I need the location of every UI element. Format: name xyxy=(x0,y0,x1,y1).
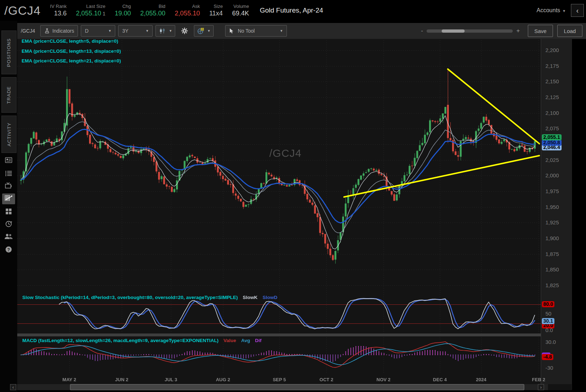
price-bubble-ema13: 2,050.8 xyxy=(542,140,562,146)
quote-field-volume: Volume69.4K xyxy=(232,4,249,18)
sidebar-icon-people[interactable] xyxy=(2,232,15,243)
price-axis[interactable]: 2,2002,1752,1502,1252,1002,0752,0252,000… xyxy=(541,39,572,390)
stoch-bubble-current: 30.1 xyxy=(542,318,554,324)
price-tick: 2,000 xyxy=(545,172,559,178)
svg-text:?: ? xyxy=(7,247,10,252)
scrollbar-thumb[interactable] xyxy=(70,384,524,390)
indicators-flask-icon xyxy=(44,28,50,34)
price-tick: 1,900 xyxy=(545,235,559,241)
study-label-ema21[interactable]: EMA (price=CLOSE, length=21, displace=0) xyxy=(22,58,121,64)
instrument-description: Gold Futures, Apr-24 xyxy=(260,6,323,14)
timeframe-dropdown[interactable]: D▼ xyxy=(81,25,115,37)
legend-slowk: SlowK xyxy=(243,295,257,300)
chevron-down-icon: ▼ xyxy=(280,29,283,33)
quote-field-bid: Bid2,055.00 xyxy=(140,4,166,18)
date-label: MAY 2 xyxy=(62,377,76,382)
gear-icon xyxy=(181,27,188,34)
price-tick: 2,150 xyxy=(545,78,559,84)
load-button[interactable]: Load xyxy=(557,25,582,37)
price-tick: 2,075 xyxy=(545,125,559,131)
study-label-ema13[interactable]: EMA (price=CLOSE, length=13, displace=0) xyxy=(22,48,121,54)
collapse-panel-button[interactable]: ‹ xyxy=(571,4,584,17)
cursor-icon xyxy=(229,28,234,34)
sidebar-icon-tv[interactable] xyxy=(2,181,15,192)
drawing-pattern-dropdown[interactable]: ▼ xyxy=(194,25,214,37)
sidebar-tab-trade[interactable]: TRADE xyxy=(1,77,17,113)
zoom-in-button[interactable]: + xyxy=(513,27,524,34)
list-icon xyxy=(5,170,13,178)
price-tick: 1,850 xyxy=(545,266,559,272)
chart-icon xyxy=(4,194,13,204)
date-label: JUL 3 xyxy=(164,377,177,382)
sidebar-tab-activity[interactable]: ACTIVITY xyxy=(1,116,17,153)
price-tick: 2,200 xyxy=(545,47,559,53)
sidebar-icon-list[interactable] xyxy=(2,169,15,179)
legend-dif: Dif xyxy=(255,338,261,343)
sidebar-icon-chart[interactable] xyxy=(2,193,15,204)
time-scrollbar: ‹ › xyxy=(10,384,572,390)
stoch-tick-50: 50 xyxy=(545,311,552,317)
study-label-macd[interactable]: MACD (fastLength=12, slowLength=26, macd… xyxy=(22,338,261,343)
scrollbar-track[interactable] xyxy=(17,384,548,390)
quote-header: /GCJ4 IV Rank13.6Last Size2,055.101Chg19… xyxy=(0,0,586,21)
chevron-down-icon: ▼ xyxy=(169,29,172,33)
price-bubble-last: 2,055.1 xyxy=(542,134,562,140)
pattern-globe-icon xyxy=(197,27,204,34)
save-button[interactable]: Save xyxy=(528,25,553,37)
chevron-down-icon: ▼ xyxy=(562,9,566,13)
quote-fields: IV Rank13.6Last Size2,055.101Chg19.00Bid… xyxy=(50,4,258,18)
study-label-ema5[interactable]: EMA (price=CLOSE, length=5, displace=0) xyxy=(22,38,118,44)
chart-watermark: /GCJ4 xyxy=(269,147,302,159)
date-label: DEC 4 xyxy=(433,377,447,382)
indicators-button[interactable]: Indicators xyxy=(40,25,78,37)
legend-slowd: SlowD xyxy=(262,295,277,300)
date-label: 2024 xyxy=(476,377,487,382)
price-tick: 1,825 xyxy=(545,282,559,288)
tv-icon xyxy=(5,182,13,191)
chevron-down-icon: ▼ xyxy=(108,29,111,33)
zoom-out-button[interactable]: - xyxy=(417,27,427,34)
sidebar-icon-history[interactable] xyxy=(2,219,15,230)
chart-type-dropdown[interactable]: ▼ xyxy=(155,25,175,37)
date-label: SEP 5 xyxy=(273,377,286,382)
legend-avg: Avg xyxy=(241,338,250,343)
quote-field-size: Size11x4 xyxy=(209,4,223,18)
zoom-slider[interactable] xyxy=(427,29,513,33)
study-label-stochastic[interactable]: Slow Stochastic (kPeriod=14, dPeriod=3, … xyxy=(22,295,277,300)
quote-field-iv-rank: IV Rank13.6 xyxy=(50,4,66,18)
legend-value: Value xyxy=(223,338,236,343)
app-window: /GCJ4 IV Rank13.6Last Size2,055.101Chg19… xyxy=(0,0,586,392)
scroll-right-button[interactable]: › xyxy=(538,384,544,390)
chart-settings-button[interactable] xyxy=(178,25,191,36)
scroll-left-button[interactable]: ‹ xyxy=(10,384,16,390)
sidebar-icon-grid[interactable] xyxy=(2,207,15,218)
accounts-dropdown[interactable]: Accounts▼ xyxy=(536,7,566,14)
date-label: FEB 2 xyxy=(532,377,545,382)
macd-tick-minus30: -30 xyxy=(545,365,553,371)
price-tick: 1,950 xyxy=(545,204,559,210)
history-icon xyxy=(5,220,12,229)
sidebar-icon-news[interactable] xyxy=(2,155,15,166)
help-icon: ? xyxy=(5,246,12,255)
symbol-title: /GCJ4 xyxy=(4,4,41,18)
range-dropdown[interactable]: 3Y▼ xyxy=(118,25,153,37)
price-tick: 2,025 xyxy=(545,157,559,163)
chevron-left-icon: ‹ xyxy=(576,6,579,15)
stoch-bubble-overbought: 80.0 xyxy=(542,301,554,307)
sidebar-tab-positions[interactable]: POSITIONS xyxy=(1,31,17,74)
price-tick: 1,875 xyxy=(545,251,559,257)
news-icon xyxy=(5,157,13,165)
chart-toolbar: /GCJ4 Indicators D▼ 3Y▼ ▼ xyxy=(17,23,586,39)
active-tool-dropdown[interactable]: No Tool ▼ xyxy=(225,25,287,37)
price-tick: 2,125 xyxy=(545,94,559,100)
date-label: OCT 2 xyxy=(320,377,333,382)
quote-field-ask: Ask2,055.10 xyxy=(175,4,200,18)
date-label: NOV 2 xyxy=(376,377,390,382)
date-label: AUG 2 xyxy=(216,377,230,382)
date-label: JUN 2 xyxy=(115,377,129,382)
sidebar-icon-help[interactable]: ? xyxy=(2,245,15,256)
quote-field-last-size: Last Size2,055.101 xyxy=(76,4,106,18)
price-tick: 2,175 xyxy=(545,63,559,69)
left-sidebar: POSITIONSTRADEACTIVITY? xyxy=(0,21,17,392)
zoom-slider-thumb[interactable] xyxy=(442,29,465,33)
